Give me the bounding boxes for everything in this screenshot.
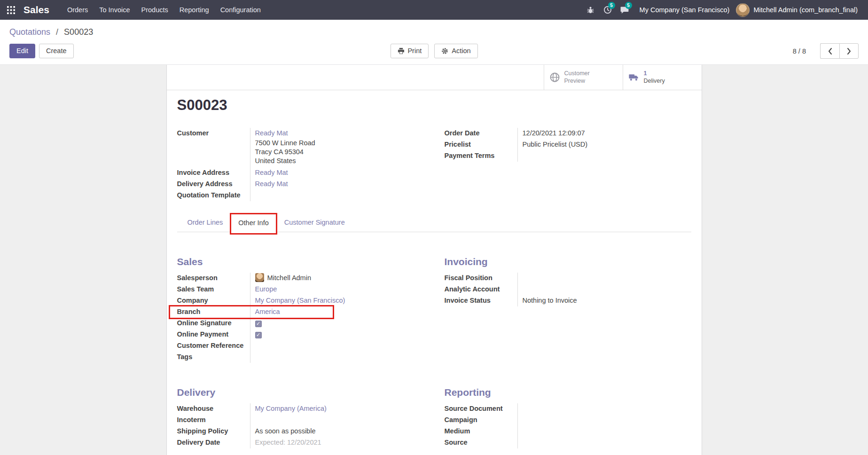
medium-label: Medium bbox=[445, 426, 517, 437]
payment-terms-label: Payment Terms bbox=[445, 150, 517, 162]
edit-button[interactable]: Edit bbox=[9, 44, 35, 58]
shipping-policy-label: Shipping Policy bbox=[177, 426, 250, 437]
debug-bug-icon[interactable] bbox=[582, 0, 599, 20]
order-date-value: 12/20/2021 12:09:07 bbox=[517, 128, 691, 139]
online-signature-value: ✓ bbox=[250, 318, 424, 329]
company-label: Company bbox=[177, 295, 250, 306]
tab-other-info-label: Other Info bbox=[238, 219, 268, 227]
customer-link[interactable]: Ready Mat bbox=[255, 129, 288, 137]
warehouse-value: My Company (America) bbox=[250, 403, 424, 415]
invoicing-section: Invoicing Fiscal Position Analytic Accou… bbox=[445, 256, 691, 306]
invoice-status-value: Nothing to Invoice bbox=[517, 295, 691, 306]
activity-badge: 5 bbox=[608, 2, 615, 9]
customer-preview-line2: Preview bbox=[564, 78, 590, 85]
incoterm-value bbox=[250, 415, 424, 426]
online-signature-label: Online Signature bbox=[177, 318, 250, 329]
apps-menu-button[interactable] bbox=[0, 0, 22, 20]
warehouse-label: Warehouse bbox=[177, 403, 250, 415]
customer-value: Ready Mat 7500 W Linne Road Tracy CA 953… bbox=[250, 128, 424, 167]
notebook-tabs: Order Lines Other Info Customer Signatur… bbox=[177, 213, 691, 232]
company-link[interactable]: My Company (San Francisco) bbox=[255, 297, 345, 304]
delivery-address-link[interactable]: Ready Mat bbox=[255, 180, 288, 188]
address-line-3: United States bbox=[255, 157, 424, 165]
field-row-sales-team: Sales Team Europe bbox=[177, 284, 424, 295]
delivery-section-title: Delivery bbox=[177, 386, 424, 399]
field-row-order-date: Order Date 12/20/2021 12:09:07 bbox=[445, 128, 691, 139]
tab-other-info[interactable]: Other Info bbox=[230, 213, 276, 232]
pager-previous-button[interactable] bbox=[820, 43, 839, 59]
warehouse-link[interactable]: My Company (America) bbox=[255, 405, 327, 412]
messages-menu-button[interactable]: 5 bbox=[616, 0, 633, 20]
branch-link[interactable]: America bbox=[255, 308, 280, 315]
branch-value: America bbox=[250, 306, 424, 318]
company-switcher[interactable]: My Company (San Francisco) bbox=[633, 6, 736, 14]
menu-orders[interactable]: Orders bbox=[62, 0, 94, 19]
field-row-company: Company My Company (San Francisco) bbox=[177, 295, 424, 306]
delivery-address-label: Delivery Address bbox=[177, 179, 250, 190]
analytic-account-value bbox=[517, 284, 691, 295]
tab-content-other-info: Sales Salesperson Mitchell Admin Sales T… bbox=[177, 232, 691, 448]
customer-reference-label: Customer Reference bbox=[177, 340, 250, 352]
field-row-source: Source bbox=[445, 437, 691, 448]
source-label: Source bbox=[445, 437, 517, 448]
field-row-fiscal-position: Fiscal Position bbox=[445, 273, 691, 284]
address-line-1: 7500 W Linne Road bbox=[255, 139, 424, 148]
field-row-branch: Branch America bbox=[177, 306, 424, 318]
online-signature-checkbox[interactable]: ✓ bbox=[255, 321, 262, 327]
sales-section-title: Sales bbox=[177, 256, 424, 268]
customer-group: Customer Ready Mat 7500 W Linne Road Tra… bbox=[177, 128, 691, 201]
sales-team-link[interactable]: Europe bbox=[255, 285, 277, 293]
pager-next-button[interactable] bbox=[839, 43, 859, 59]
user-menu[interactable]: Mitchell Admin (com_branch_final) bbox=[750, 6, 861, 14]
invoice-address-value: Ready Mat bbox=[250, 167, 424, 179]
field-row-source-document: Source Document bbox=[445, 403, 691, 415]
printer-icon bbox=[397, 47, 404, 55]
delivery-stat-button[interactable]: 1 Delivery bbox=[623, 65, 702, 90]
action-button[interactable]: Action bbox=[434, 44, 477, 58]
source-value bbox=[517, 437, 691, 448]
pager bbox=[820, 43, 859, 59]
delivery-date-label: Delivery Date bbox=[177, 437, 250, 448]
action-label: Action bbox=[452, 47, 470, 55]
app-name[interactable]: Sales bbox=[23, 4, 49, 16]
online-payment-checkbox[interactable]: ✓ bbox=[255, 332, 262, 338]
delivery-section: Delivery Warehouse My Company (America) … bbox=[177, 386, 424, 448]
invoicing-section-title: Invoicing bbox=[445, 256, 691, 268]
tab-customer-signature[interactable]: Customer Signature bbox=[277, 213, 352, 232]
menu-reporting[interactable]: Reporting bbox=[174, 0, 215, 19]
quotation-template-value bbox=[250, 190, 424, 201]
invoice-address-link[interactable]: Ready Mat bbox=[255, 169, 288, 176]
page-title: S00023 bbox=[177, 97, 691, 114]
chevron-left-icon bbox=[828, 47, 832, 55]
field-row-payment-terms: Payment Terms bbox=[445, 150, 691, 162]
odoo-window: Sales Orders To Invoice Products Reporti… bbox=[0, 0, 868, 455]
breadcrumb: Quotations / S00023 bbox=[0, 20, 868, 39]
branch-label: Branch bbox=[177, 306, 250, 318]
print-label: Print bbox=[407, 47, 422, 55]
customer-preview-button[interactable]: Customer Preview bbox=[544, 65, 623, 90]
activity-menu-button[interactable]: 5 bbox=[599, 0, 616, 20]
field-row-invoice-address: Invoice Address Ready Mat bbox=[177, 167, 424, 179]
menu-to-invoice[interactable]: To Invoice bbox=[94, 0, 135, 19]
field-row-online-payment: Online Payment ✓ bbox=[177, 329, 424, 340]
menu-configuration[interactable]: Configuration bbox=[215, 0, 266, 19]
field-row-delivery-address: Delivery Address Ready Mat bbox=[177, 179, 424, 190]
customer-preview-line1: Customer bbox=[564, 70, 590, 78]
breadcrumb-separator: / bbox=[56, 27, 58, 37]
content-area: Customer Preview 1 Delivery bbox=[0, 65, 868, 455]
field-row-incoterm: Incoterm bbox=[177, 415, 424, 426]
field-row-medium: Medium bbox=[445, 426, 691, 437]
delivery-count: 1 bbox=[644, 70, 665, 78]
menu-products[interactable]: Products bbox=[136, 0, 174, 19]
create-button[interactable]: Create bbox=[39, 44, 74, 58]
address-line-2: Tracy CA 95304 bbox=[255, 148, 424, 157]
user-avatar[interactable] bbox=[736, 3, 750, 17]
breadcrumb-quotations-link[interactable]: Quotations bbox=[9, 27, 50, 37]
tab-order-lines[interactable]: Order Lines bbox=[180, 213, 231, 232]
print-button[interactable]: Print bbox=[390, 44, 429, 58]
apps-grid-icon bbox=[7, 6, 15, 14]
messages-badge: 5 bbox=[625, 2, 632, 9]
breadcrumb-current: S00023 bbox=[64, 27, 93, 37]
field-row-tags: Tags bbox=[177, 352, 424, 363]
delivery-address-value: Ready Mat bbox=[250, 179, 424, 190]
